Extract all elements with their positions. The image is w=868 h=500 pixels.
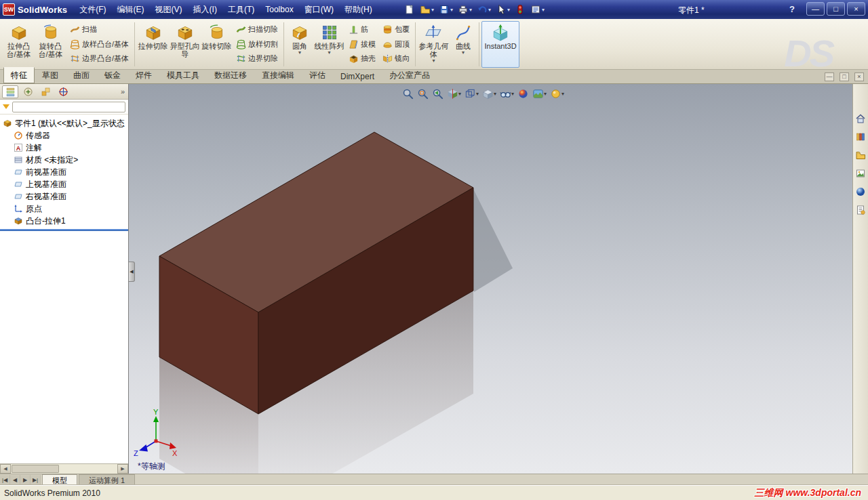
revolve-cut-button[interactable]: 旋转切除 (201, 21, 233, 68)
new-document-button[interactable] (403, 2, 416, 17)
tree-item-sensors[interactable]: 传感器 (0, 129, 128, 142)
dropdown-caret-icon[interactable]: ▾ (542, 7, 545, 13)
dropdown-caret-icon[interactable]: ▾ (488, 7, 491, 13)
scroll-right-icon[interactable]: ▶ (117, 464, 128, 474)
edit-appearance-button[interactable] (517, 87, 530, 100)
zoom-to-area-button[interactable] (416, 87, 429, 100)
dropdown-caret-icon[interactable]: ▾ (298, 50, 301, 56)
configurationmanager-tab[interactable] (37, 85, 54, 98)
motion-study-tab[interactable]: 运动算例 1 (79, 474, 135, 485)
appearances-scenes-button[interactable] (854, 186, 867, 198)
menu-view[interactable]: 视图(V) (150, 2, 188, 18)
restore-button[interactable]: □ (827, 2, 845, 16)
dropdown-caret-icon[interactable]: ▾ (469, 7, 472, 13)
linear-pattern-button[interactable]: 线性阵列 ▾ (313, 21, 345, 68)
last-tab-icon[interactable]: ▶| (31, 475, 41, 485)
select-button[interactable]: ▾ (494, 2, 511, 17)
section-view-button[interactable]: ▾ (446, 87, 462, 100)
tab-features[interactable]: 特征 (3, 67, 35, 83)
tab-evaluate[interactable]: 评估 (302, 67, 333, 83)
dropdown-caret-icon[interactable]: ▾ (494, 91, 496, 97)
dropdown-caret-icon[interactable]: ▾ (433, 58, 435, 64)
apply-scene-button[interactable]: ▾ (532, 87, 547, 100)
menu-tools[interactable]: 工具(T) (222, 2, 260, 18)
panel-horizontal-scrollbar[interactable]: ◀ ▶ (0, 463, 128, 474)
tree-item-part-root[interactable]: 零件1 (默认<<默认>_显示状态 (0, 117, 128, 129)
view-palette-button[interactable] (854, 167, 867, 180)
next-tab-icon[interactable]: ▶ (20, 475, 31, 485)
tree-item-top-plane[interactable]: 上视基准面 (0, 178, 128, 190)
dropdown-caret-icon[interactable]: ▾ (458, 91, 461, 97)
view-orientation-button[interactable]: ▾ (464, 87, 479, 100)
revolve-boss-button[interactable]: 旋转凸台/基体 (35, 21, 66, 68)
tab-office-products[interactable]: 办公室产品 (382, 67, 437, 83)
tree-item-right-plane[interactable]: 右视基准面 (0, 190, 128, 203)
dropdown-caret-icon[interactable]: ▾ (544, 91, 547, 97)
print-button[interactable]: ▾ (456, 2, 473, 17)
doc-minimize-button[interactable]: — (825, 72, 834, 81)
help-button[interactable]: ? (789, 4, 795, 14)
sweep-button[interactable]: 扫描 (66, 23, 132, 36)
undo-button[interactable]: ▾ (475, 2, 492, 17)
wrap-button[interactable]: 包覆 (379, 23, 413, 36)
close-button[interactable]: × (847, 2, 865, 16)
graphics-viewport[interactable]: Y X Z ▾ (129, 84, 852, 474)
scrollbar-thumb[interactable] (12, 465, 59, 473)
options-button[interactable]: ▾ (529, 2, 546, 17)
dropdown-caret-icon[interactable]: ▾ (511, 91, 514, 97)
tab-dimxpert[interactable]: DimXpert (333, 69, 382, 83)
save-button[interactable]: ▾ (437, 2, 454, 17)
solidworks-resources-button[interactable] (854, 112, 867, 125)
doc-restore-button[interactable]: □ (840, 72, 849, 81)
panel-collapse-handle[interactable]: ◀ (129, 262, 135, 282)
file-explorer-button[interactable] (854, 149, 867, 161)
sweep-cut-button[interactable]: 扫描切除 (233, 23, 281, 36)
mirror-button[interactable]: 镜向 (379, 52, 413, 65)
tab-data-migration[interactable]: 数据迁移 (207, 67, 254, 83)
boundary-boss-button[interactable]: 边界凸台/基体 (66, 52, 132, 65)
rollback-bar[interactable] (0, 229, 128, 231)
dome-button[interactable]: 圆顶 (379, 38, 413, 51)
curves-button[interactable]: 曲线 ▾ (450, 21, 477, 68)
tree-item-origin[interactable]: 原点 (0, 203, 128, 215)
menu-file[interactable]: 文件(F) (74, 2, 111, 18)
zoom-to-fit-button[interactable] (401, 87, 414, 100)
dimxpertmanager-tab[interactable] (55, 85, 71, 98)
view-settings-button[interactable]: ▾ (549, 87, 565, 100)
display-style-button[interactable]: ▾ (481, 87, 497, 100)
dropdown-caret-icon[interactable]: ▾ (328, 50, 331, 56)
reference-geometry-button[interactable]: 参考几何体 ▾ (418, 21, 450, 68)
menu-edit[interactable]: 编辑(E) (112, 2, 150, 18)
tab-mold-tools[interactable]: 模具工具 (159, 67, 207, 83)
tree-item-front-plane[interactable]: 前视基准面 (0, 166, 128, 178)
hide-show-items-button[interactable]: ▾ (499, 87, 515, 100)
tree-filter-input[interactable] (12, 102, 125, 112)
menu-insert[interactable]: 插入(I) (188, 2, 222, 18)
dropdown-caret-icon[interactable]: ▾ (431, 7, 434, 13)
loft-boss-button[interactable]: 放样凸台/基体 (66, 38, 132, 51)
propertymanager-tab[interactable] (20, 85, 36, 98)
rebuild-button[interactable] (513, 2, 527, 17)
previous-view-button[interactable] (431, 87, 444, 100)
menu-help[interactable]: 帮助(H) (339, 2, 378, 18)
first-tab-icon[interactable]: |◀ (0, 475, 10, 485)
design-library-button[interactable] (854, 131, 867, 143)
open-button[interactable]: ▾ (418, 2, 435, 17)
shell-button[interactable]: 抽壳 (345, 52, 379, 65)
fillet-button[interactable]: 圆角 ▾ (286, 21, 313, 68)
tree-item-material[interactable]: 材质 <未指定> (0, 154, 128, 166)
tree-item-annotations[interactable]: A 注解 (0, 142, 128, 154)
tree-item-boss-extrude1[interactable]: 凸台-拉伸1 (0, 215, 128, 227)
doc-close-button[interactable]: × (854, 72, 864, 81)
featuremanager-tree-tab[interactable] (2, 85, 18, 98)
dropdown-caret-icon[interactable]: ▾ (507, 7, 510, 13)
tab-surfaces[interactable]: 曲面 (66, 67, 97, 83)
dropdown-caret-icon[interactable]: ▾ (462, 50, 465, 56)
model-tab[interactable]: 模型 (42, 474, 77, 485)
loft-cut-button[interactable]: 放样切割 (233, 38, 281, 51)
hole-wizard-button[interactable]: 异型孔向导 (169, 21, 201, 68)
panel-overflow-chevron-icon[interactable]: » (121, 87, 126, 96)
dropdown-caret-icon[interactable]: ▾ (561, 91, 564, 97)
tab-weldments[interactable]: 焊件 (128, 67, 159, 83)
extrude-boss-button[interactable]: 拉伸凸台/基体 (3, 21, 35, 68)
